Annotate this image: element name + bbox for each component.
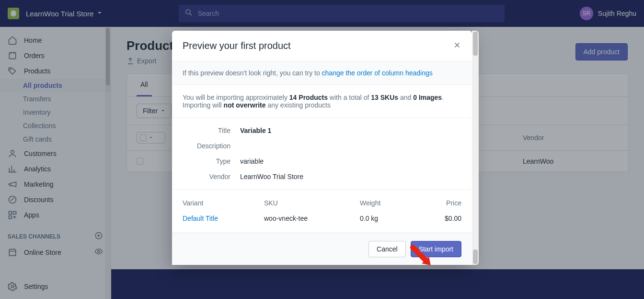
variant-sku: woo-vneck-tee [264,215,360,222]
product-details-block: TitleVariable 1 Description Typevariable… [172,118,472,190]
kv-val-vendor: LearnWoo Trial Store [240,173,303,180]
vh-sku: SKU [264,199,360,207]
kv-val-type: variable [240,157,264,165]
variant-title-link[interactable]: Default Title [183,215,264,222]
kv-key-vendor: Vendor [183,173,230,180]
modal-scrollbar[interactable] [472,31,479,265]
summary-products-count: 14 Products [289,94,328,101]
change-column-headings-link[interactable]: change the order of column headings [322,69,433,77]
modal-hint-band: If this preview doesn't look right, you … [172,61,472,85]
kv-key-description: Description [183,142,230,150]
modal-title: Preview your first product [183,40,291,51]
start-import-button[interactable]: Start import [411,241,461,257]
summary-text: with a total of [328,94,371,101]
variant-weight: 0.0 kg [360,215,417,222]
summary-text: You will be importing approximately [183,94,289,101]
vh-variant: Variant [183,199,264,207]
kv-key-title: Title [183,127,230,134]
cancel-button[interactable]: Cancel [368,241,406,257]
vh-price: Price [417,199,461,207]
band-text: If this preview doesn't look right, you … [183,69,322,77]
summary-text: and [398,94,413,101]
modal-summary: You will be importing approximately 14 P… [172,85,472,118]
kv-key-type: Type [183,157,230,165]
summary-skus-count: 13 SKUs [371,94,398,101]
variant-price: $0.00 [417,215,461,222]
summary-text: any existing products [266,101,331,109]
vh-weight: Weight [360,199,417,207]
modal-footer: Cancel Start import [172,233,472,265]
variant-row: Default Title woo-vneck-tee 0.0 kg $0.00 [183,213,461,224]
variants-table: Variant SKU Weight Price Default Title w… [172,190,472,233]
import-preview-modal: Preview your first product If this previ… [172,31,472,265]
summary-overwrite-flag: not overwrite [224,101,266,109]
close-icon[interactable] [453,41,461,51]
summary-images-count: 0 Images [413,94,442,101]
kv-val-title: Variable 1 [240,127,271,134]
